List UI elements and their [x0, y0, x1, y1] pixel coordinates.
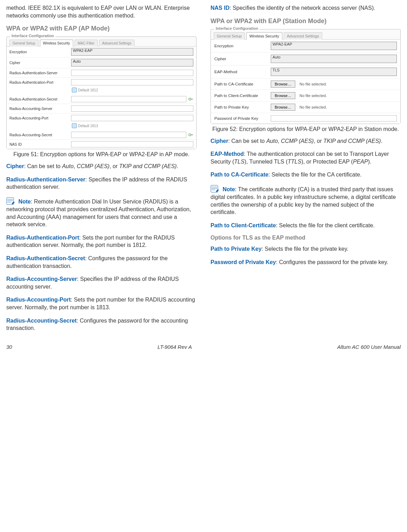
section-heading-ap-mode: WPA or WPA2 with EAP (AP Mode) — [6, 25, 196, 32]
ca-cert-definition: Path to CA-Certificate: Selects the file… — [211, 171, 401, 179]
browse-ca-cert-button[interactable]: Browse… — [271, 81, 295, 88]
hint-text: Default 1812 — [78, 88, 98, 92]
hint-text: Default 1813 — [78, 124, 98, 128]
key-icon — [188, 133, 193, 137]
note-paragraph: Note: The certificate authority (CA) is … — [211, 184, 401, 216]
nas-id-input[interactable] — [71, 141, 193, 147]
info-icon — [72, 123, 77, 128]
private-key-definition: Path to Private Key: Selects the file fo… — [211, 245, 401, 253]
radius-auth-port-input[interactable] — [71, 79, 193, 85]
cipher-definition: Cipher: Can be set to Auto, CCMP (AES), … — [211, 137, 401, 145]
tab-wireless-security[interactable]: Wireless Security — [40, 40, 73, 47]
key-icon — [188, 97, 193, 101]
encryption-select[interactable]: WPA2-EAP — [271, 42, 397, 50]
note-paragraph: Note: Remote Authentication Dial In User… — [6, 196, 196, 228]
radius-acct-server-input[interactable] — [71, 105, 193, 112]
tab-wireless-security[interactable]: Wireless Security — [246, 32, 282, 40]
row-label: Radius-Authentication-Port — [9, 80, 69, 84]
tab-advanced-settings[interactable]: Advanced Settings — [99, 40, 134, 47]
row-label: Cipher — [9, 61, 69, 65]
private-key-password-input[interactable] — [271, 115, 397, 122]
fieldset-legend: Interface Configuration — [10, 34, 55, 38]
radius-auth-secret-input[interactable] — [71, 96, 186, 102]
cipher-select[interactable]: Auto — [71, 59, 193, 67]
paragraph: method. IEEE 802.1X is equivalent to EAP… — [6, 4, 196, 19]
radius-acct-port-definition: Radius-Accounting-Port: Sets the port nu… — [6, 296, 196, 311]
fieldset-legend: Interface Configuration — [214, 26, 260, 30]
radius-acct-secret-input[interactable] — [71, 132, 186, 138]
row-label: NAS ID — [9, 142, 69, 146]
row-label: Path to Private Key — [214, 105, 269, 109]
row-label: Cipher — [214, 57, 269, 61]
browse-private-key-button[interactable]: Browse… — [271, 104, 295, 111]
figure-52-caption: Figure 52: Encryption options for WPA-EA… — [211, 126, 401, 132]
row-label: Radius-Authentication-Server — [9, 71, 69, 75]
tab-general-setup[interactable]: General Setup — [9, 40, 39, 47]
footer-right: Altum AC 600 User Manual — [337, 344, 401, 350]
file-status: No file selected. — [299, 82, 327, 86]
tab-advanced-settings[interactable]: Advanced Settings — [284, 32, 322, 40]
cipher-definition: Cipher: Can be set to Auto, CCMP (AES), … — [6, 163, 196, 170]
browse-client-cert-button[interactable]: Browse… — [271, 92, 295, 99]
page-number: 30 — [6, 344, 12, 350]
tab-mac-filter[interactable]: MAC-Filter — [75, 40, 98, 47]
row-label: Password of Private Key — [214, 116, 269, 120]
figure-52-panel: Interface Configuration General Setup Wi… — [211, 29, 401, 124]
note-icon — [211, 184, 220, 193]
figure-51-panel: Interface Configuration General Setup Wi… — [6, 36, 196, 149]
row-label: Radius-Accounting-Port — [9, 116, 69, 120]
radius-acct-port-input[interactable] — [71, 115, 193, 121]
row-label: Encryption — [214, 44, 269, 48]
client-cert-definition: Path to Client-Certificate: Selects the … — [211, 222, 401, 229]
row-label: Radius-Authentication-Secret — [9, 97, 69, 101]
section-heading-station-mode: WPA or WPA2 with EAP (Station Mode) — [211, 18, 401, 25]
page-footer: 30 LT-9064 Rev A Altum AC 600 User Manua… — [6, 344, 401, 350]
nas-id-definition: NAS ID: Specifies the identity of the ne… — [211, 4, 401, 12]
radius-auth-server-definition: Radius-Authentication-Server: Specifies … — [6, 176, 196, 191]
file-status: No file selected. — [299, 94, 327, 98]
svg-rect-1 — [191, 99, 193, 99]
radius-auth-port-definition: Radius-Authentication-Port: Sets the por… — [6, 234, 196, 249]
footer-center: LT-9064 Rev A — [158, 344, 192, 350]
file-status: No file selected. — [299, 105, 327, 109]
sub-heading-tls-options: Options for TLS as the EAP method — [211, 235, 401, 241]
row-label: EAP-Method — [214, 70, 269, 74]
radius-auth-secret-definition: Radius-Authentication-Secret: Configures… — [6, 255, 196, 270]
note-icon — [6, 196, 15, 206]
eap-method-definition: EAP-Method: The authentication protocol … — [211, 150, 401, 165]
private-key-password-definition: Password of Private Key: Configures the … — [211, 258, 401, 266]
tab-general-setup[interactable]: General Setup — [214, 32, 245, 40]
row-label: Radius-Accounting-Secret — [9, 133, 69, 137]
row-label: Radius-Accounting-Server — [9, 106, 69, 111]
radius-acct-secret-definition: Radius-Accounting-Secret: Configures the… — [6, 317, 196, 332]
row-label: Path to Client-Certificate — [214, 94, 269, 98]
encryption-select[interactable]: WPA2-EAP — [71, 48, 193, 56]
svg-rect-3 — [191, 134, 193, 135]
cipher-select[interactable]: Auto — [271, 55, 397, 63]
radius-acct-server-definition: Radius-Accounting-Server: Specifies the … — [6, 275, 196, 290]
info-icon — [72, 88, 77, 92]
radius-auth-server-input[interactable] — [71, 70, 193, 76]
figure-51-caption: Figure 51: Encryption options for WPA-EA… — [6, 151, 196, 158]
row-label: Path to CA-Certificate — [214, 82, 269, 86]
row-label: Encryption — [9, 50, 69, 54]
eap-method-select[interactable]: TLS — [271, 68, 397, 76]
